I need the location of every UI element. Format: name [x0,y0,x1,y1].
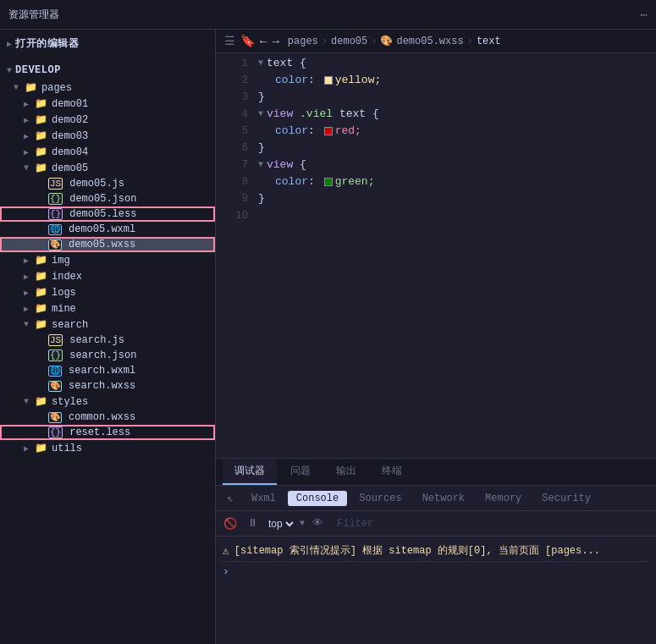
code-line-2: 2 color : yellow; [216,74,656,91]
develop-header[interactable]: ▼ DEVELOP [0,61,215,80]
code-value: yellow; [335,74,382,86]
line-number: 4 [223,107,248,120]
file-name: demo02 [52,114,88,126]
tree-item-searchwxss[interactable]: 🎨 search.wxss [0,378,215,394]
top-select[interactable]: top [265,517,296,531]
fold-arrow[interactable]: ▼ [258,109,263,118]
tree-item-demo05wxml[interactable]: 🌐 demo05.wxml [0,222,215,237]
subtab-memory[interactable]: Memory [477,491,530,506]
tab-output[interactable]: 输出 [324,459,368,485]
folder-icon: 📁 [35,286,47,299]
code-space [293,158,300,171]
folder-icon: 📁 [35,162,47,174]
open-editors-header[interactable]: ▶ 打开的编辑器 [0,33,215,54]
code-line-1: 1 ▼ text { [216,57,656,74]
develop-section: ▼ DEVELOP ▼ 📁 pages ▶ 📁 demo01 ▶ [0,58,215,460]
tree-item-demo01[interactable]: ▶ 📁 demo01 [0,96,215,112]
tree-item-demo05[interactable]: ▼ 📁 demo05 [0,160,215,176]
tree-item-demo05wxss[interactable]: 🎨 demo05.wxss [0,237,215,252]
cursor-icon[interactable]: ↖ [221,489,240,508]
code-brace: { [300,158,306,171]
tree-item-utils[interactable]: ▶ 📁 utils [0,440,215,456]
line-content: } [258,192,649,205]
tree-item-demo04[interactable]: ▶ 📁 demo04 [0,144,215,160]
forward-icon[interactable]: → [272,35,278,48]
yellow-swatch[interactable] [324,76,333,85]
more-icon[interactable]: ⋯ [641,8,648,22]
eye-icon[interactable]: 👁 [308,515,327,533]
subtab-security[interactable]: Security [533,491,599,506]
tree-item-demo02[interactable]: ▶ 📁 demo02 [0,112,215,128]
tree-item-commonwxss[interactable]: 🎨 common.wxss [0,410,215,425]
back-icon[interactable]: ← [260,35,267,48]
subtab-sources[interactable]: Sources [350,491,410,506]
file-name: pages [41,82,72,94]
file-name: demo05.wxml [69,223,135,235]
fold-arrow[interactable]: ▼ [258,58,263,68]
subtab-network[interactable]: Network [414,491,473,506]
tree-item-styles[interactable]: ▼ 📁 styles [0,394,215,410]
tree-item-img[interactable]: ▶ 📁 img [0,252,215,268]
green-swatch[interactable] [324,178,333,186]
top-bar: 资源管理器 ⋯ [0,0,656,30]
pause-icon[interactable]: ⏸ [243,515,262,533]
tree-item-searchwxml[interactable]: 🌐 search.wxml [0,363,215,378]
subtab-wxml[interactable]: Wxml [243,491,284,506]
file-name: search.json [69,350,136,361]
hamburger-icon[interactable]: ☰ [224,34,235,48]
tree-item-demo05js[interactable]: JS demo05.js [0,176,215,191]
clear-icon[interactable]: 🚫 [221,515,240,533]
tree-item-demo03[interactable]: ▶ 📁 demo03 [0,128,215,144]
code-space [293,107,300,120]
wxss-icon: 🎨 [48,380,62,392]
develop-arrow: ▼ [7,66,12,75]
js-icon: JS [48,334,63,346]
breadcrumb-file-icon: 🎨 [380,35,393,47]
folder-arrow: ▶ [24,131,32,141]
tree-item-searchjson[interactable]: {} search.json [0,348,215,363]
breadcrumb-wxss[interactable]: demo05.wxss [396,36,463,47]
tree-item-pages[interactable]: ▼ 📁 pages [0,80,215,96]
tab-debugger[interactable]: 调试器 [223,459,277,485]
file-name: logs [52,287,76,299]
breadcrumb-sep1: › [322,36,328,47]
file-name: search.js [69,334,124,346]
file-name: demo03 [52,130,88,142]
folder-icon: 📁 [35,254,47,267]
breadcrumb-pages[interactable]: pages [288,36,318,47]
folder-arrow: ▼ [24,320,32,329]
line-content: ▼ view { [258,158,649,171]
tree-item-resetless[interactable]: {} reset.less [0,425,215,440]
open-editors-section: ▶ 打开的编辑器 [0,30,215,58]
subtab-console[interactable]: Console [288,491,347,506]
breadcrumb-demo05[interactable]: demo05 [331,36,367,47]
wxml-icon: 🌐 [48,365,62,377]
line-content: ▼ text { [258,57,649,69]
line-number: 6 [223,141,248,154]
file-name: demo05.json [69,193,136,205]
code-editor[interactable]: 1 ▼ text { 2 color : yellow; 3 [216,53,656,458]
bookmark-icon[interactable]: 🔖 [240,34,255,48]
code-line-8: 8 color : green; [216,175,656,192]
red-swatch[interactable] [324,127,333,135]
fold-arrow[interactable]: ▼ [258,160,263,169]
tab-terminal[interactable]: 终端 [370,459,414,485]
breadcrumb-text[interactable]: text [477,36,501,47]
editor-area: ☰ 🔖 ← → pages › demo05 › 🎨 demo05.wxss ›… [216,30,656,644]
tree-item-demo05less[interactable]: {} demo05.less [0,206,215,222]
line-content: color : yellow; [258,74,649,86]
tree-item-logs[interactable]: ▶ 📁 logs [0,284,215,300]
json-icon: {} [48,193,63,205]
tree-item-index[interactable]: ▶ 📁 index [0,268,215,284]
tree-item-demo05json[interactable]: {} demo05.json [0,191,215,206]
file-name: search [52,319,88,331]
file-name: styles [52,396,88,408]
folder-icon: 📁 [35,129,47,142]
file-name: utils [52,443,82,454]
tab-problem[interactable]: 问题 [278,459,322,485]
tree-item-mine[interactable]: ▶ 📁 mine [0,300,215,316]
tree-item-search[interactable]: ▼ 📁 search [0,316,215,333]
tree-item-searchjs[interactable]: JS search.js [0,333,215,348]
console-prompt[interactable]: › [223,562,649,581]
code-line-5: 5 color : red; [216,124,656,141]
